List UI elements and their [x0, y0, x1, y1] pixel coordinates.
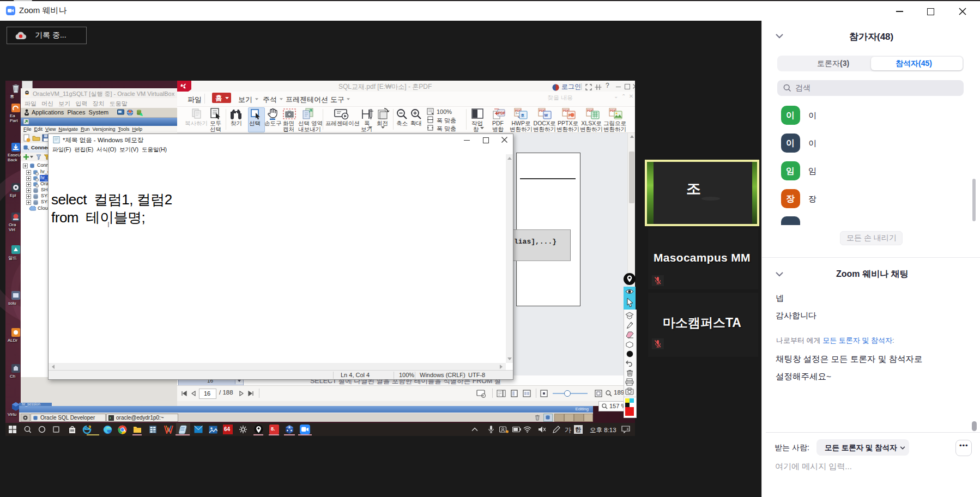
svg-text:W: W	[545, 113, 548, 117]
svg-text:호: 호	[521, 113, 525, 117]
svg-text:PDF: PDF	[498, 111, 505, 115]
